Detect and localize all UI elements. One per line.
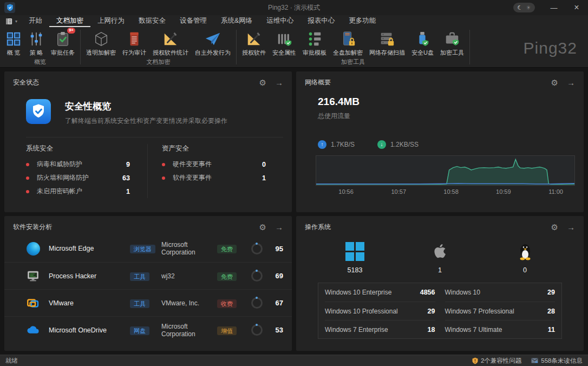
table-row[interactable]: Windows 10 Professional 29 [325, 302, 435, 320]
table-row[interactable]: Windows 7 Ultimate 11 [445, 320, 556, 338]
score-ring-icon [251, 324, 263, 336]
panel-security-status: 安全状态 ⚙ → 安全性概览 了解终端当前系统安全性和资产变更情况并采取必要操作 [4, 71, 292, 212]
ribbon-item-behavior-audit[interactable]: 行为审计 [119, 30, 149, 57]
item-label: 病毒和威胁防护 [37, 160, 82, 169]
item-value: 1 [126, 188, 130, 195]
sun-icon: ☀ [526, 4, 531, 11]
compatibility-text: 2个兼容性问题 [481, 357, 521, 365]
ribbon-item-label: 行为审计 [122, 49, 146, 57]
ribbon-item-label: 审批任务 [51, 49, 75, 57]
ribbon-item-secure-usb[interactable]: 安全U盘 [408, 30, 437, 57]
arrow-right-icon[interactable]: → [567, 223, 575, 231]
minimize-button[interactable]: — [543, 0, 565, 15]
security-overview[interactable]: 安全性概览 了解终端当前系统安全性和资产变更情况并采取必要操作 [26, 99, 283, 126]
menubar: ▾ 开始 文档加密 上网行为 数据安全 设备管理 系统&网络 运维中心 报表中心… [0, 15, 588, 27]
ribbon-item-security-attributes[interactable]: 安全属性 [269, 30, 299, 57]
ruler-pencil-icon [246, 30, 262, 48]
table-row[interactable]: Windows 10 Enterprise 4856 [325, 283, 435, 302]
ribbon-item-network-storage-scan[interactable]: 网络存储扫描 [366, 30, 408, 57]
warning-shield-icon [472, 357, 478, 364]
theme-toggle[interactable]: ☾ ☀ [513, 3, 535, 12]
platform-linux[interactable]: 0 [482, 239, 567, 274]
ribbon-item-label: 安全U盘 [411, 49, 434, 57]
tab-web-behavior[interactable]: 上网行为 [90, 15, 132, 27]
os-name: Windows 7 Ultimate [445, 326, 502, 334]
os-count: 4856 [420, 289, 435, 296]
ribbon-item-label: 授权软件 [242, 49, 266, 57]
app-logo-shield-icon [4, 2, 15, 13]
list-item[interactable]: 防火墙和网络防护 63 [26, 171, 147, 185]
score-ring-icon [251, 297, 263, 309]
platform-apple[interactable]: 1 [397, 239, 482, 274]
tab-more-features[interactable]: 更多功能 [342, 15, 383, 27]
platform-windows[interactable]: 5183 [312, 239, 397, 274]
ribbon-item-authorized-software-stats[interactable]: 授权软件统计 [149, 30, 192, 57]
list-item[interactable]: 硬件变更事件 0 [162, 158, 283, 171]
ribbon-item-outgoing-behavior[interactable]: 自主外发行为 [192, 30, 234, 57]
software-row[interactable]: Microsoft Edge 浏览器 Microsoft Corporation… [4, 235, 292, 262]
upload-rate-value: 1.7KB/S [331, 141, 355, 148]
ribbon-separator [469, 30, 470, 64]
download-rate: ↓ 1.2KB/SS [377, 140, 419, 149]
edge-app-icon [26, 241, 40, 256]
linux-tux-icon [517, 239, 534, 261]
ribbon-item-overview[interactable]: 概 览 [2, 30, 25, 57]
gear-icon[interactable]: ⚙ [551, 223, 558, 231]
ribbon-item-label: 策 略 [29, 49, 43, 57]
score-ring-icon [251, 243, 263, 254]
tab-system-network[interactable]: 系统&网络 [214, 15, 259, 27]
server-lock-icon [379, 30, 395, 48]
software-name: Microsoft Edge [49, 245, 130, 252]
ribbon-item-approval-tasks[interactable]: 9+ 审批任务 [48, 30, 78, 57]
close-button[interactable]: × [565, 0, 588, 15]
gear-icon[interactable]: ⚙ [551, 79, 558, 87]
x-tick: 10:59 [496, 188, 511, 195]
gear-icon[interactable]: ⚙ [259, 223, 266, 231]
category-badge: 网盘 [130, 326, 149, 335]
ribbon-item-approval-templates[interactable]: 审批模板 [299, 30, 330, 57]
tab-report-center[interactable]: 报表中心 [300, 15, 342, 27]
briefcase-shield-icon [444, 30, 460, 48]
os-count: 18 [428, 326, 435, 334]
ribbon-item-label: 安全属性 [272, 49, 296, 57]
arrow-right-icon[interactable]: → [567, 79, 575, 87]
table-row[interactable]: Windows 7 Professional 28 [445, 302, 556, 320]
ribbon-item-label: 网络存储扫描 [369, 49, 405, 57]
tab-ops-center[interactable]: 运维中心 [259, 15, 300, 27]
total-traffic-label: 总使用流量 [318, 112, 584, 121]
tab-start[interactable]: 开始 [22, 15, 49, 27]
ribbon-toolbar: 概 览 策 略 9+ 审批任务 概览 [0, 27, 588, 68]
item-value: 0 [262, 161, 266, 168]
software-vendor: Microsoft Corporation [161, 241, 217, 256]
ribbon-item-full-disk-encryption[interactable]: 全盘加解密 [330, 30, 366, 57]
ribbon-item-policy[interactable]: 策 略 [25, 30, 48, 57]
ribbon-item-transparent-encryption[interactable]: 透明加解密 [83, 30, 119, 57]
file-menu-button[interactable]: ▾ [0, 18, 22, 25]
ssd-lock-icon [340, 30, 356, 48]
list-item[interactable]: 病毒和威胁防护 9 [26, 158, 147, 171]
ribbon-item-encryption-tools[interactable]: 加密工具 [437, 30, 467, 57]
software-score: 95 [268, 245, 283, 253]
software-row[interactable]: VMware 工具 VMware, Inc. 收费 67 [4, 289, 292, 316]
os-count: 11 [548, 326, 555, 334]
arrow-right-icon[interactable]: → [275, 79, 283, 87]
list-menu-icon [5, 18, 14, 25]
network-traffic-chart[interactable] [316, 155, 575, 186]
table-row[interactable]: Windows 10 29 [445, 283, 556, 302]
ribbon-item-label: 透明加解密 [86, 49, 116, 57]
tab-document-encryption[interactable]: 文档加密 [49, 15, 90, 27]
list-item[interactable]: 软件变更事件 1 [162, 171, 283, 185]
arrow-right-icon[interactable]: → [275, 223, 283, 231]
list-item[interactable]: 未启用密码帐户 1 [26, 185, 147, 198]
software-row[interactable]: Microsoft OneDrive 网盘 Microsoft Corporat… [4, 316, 292, 343]
unread-messages[interactable]: 558条未读信息 [531, 357, 583, 365]
software-row[interactable]: Process Hacker 工具 wj32 免费 69 [4, 262, 292, 289]
tab-device-management[interactable]: 设备管理 [173, 15, 214, 27]
software-name: Microsoft OneDrive [49, 326, 130, 334]
table-row[interactable]: Windows 7 Enterprise 18 [325, 320, 435, 338]
ribbon-item-authorized-software[interactable]: 授权软件 [239, 30, 269, 57]
tab-data-security[interactable]: 数据安全 [132, 15, 173, 27]
gear-icon[interactable]: ⚙ [259, 79, 266, 87]
mail-icon [531, 358, 538, 363]
compatibility-issues[interactable]: 2个兼容性问题 [472, 357, 521, 365]
